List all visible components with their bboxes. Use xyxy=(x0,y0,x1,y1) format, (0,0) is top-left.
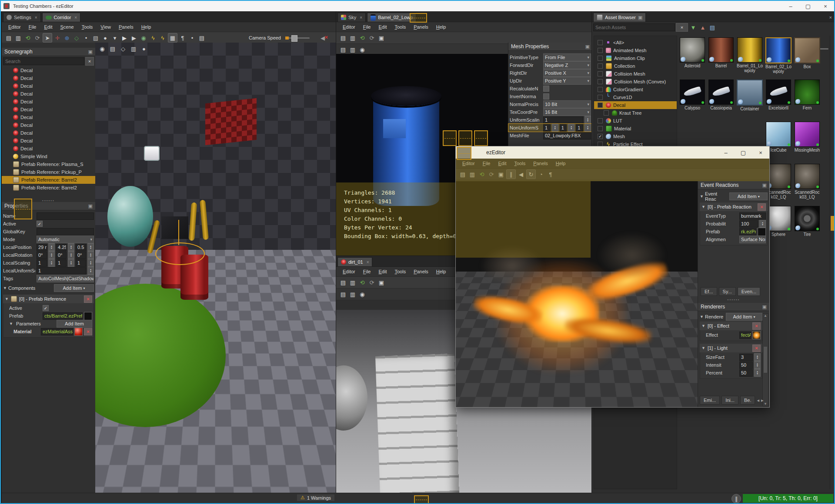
asset-thumbnail[interactable] xyxy=(795,80,820,105)
close-tab-icon[interactable]: × xyxy=(74,15,77,20)
asset-cell[interactable]: Tire xyxy=(793,206,822,248)
asset-thumbnail[interactable] xyxy=(794,37,820,63)
asset-type-item[interactable]: <All> xyxy=(594,39,677,46)
scenegraph-item[interactable]: Decal xyxy=(2,90,95,98)
menu-item-tools[interactable]: Tools xyxy=(78,24,97,30)
undo-icon[interactable]: ⟲ xyxy=(358,278,367,287)
type-checkbox[interactable] xyxy=(598,71,603,76)
scenegraph-item[interactable]: Decal xyxy=(2,137,95,145)
value-field[interactable]: 1 xyxy=(37,259,47,267)
spinner[interactable]: ▴▾ xyxy=(552,124,558,132)
value-field[interactable]: 100 xyxy=(739,220,758,228)
clear-search-icon[interactable]: × xyxy=(85,57,94,66)
value-field[interactable]: 50 xyxy=(739,369,753,377)
menu-item-file[interactable]: File xyxy=(25,24,40,30)
checkbox[interactable] xyxy=(543,86,549,92)
type-checkbox[interactable] xyxy=(604,110,609,116)
save-icon[interactable]: ▤ xyxy=(339,33,347,42)
scenegraph-item[interactable]: Decal xyxy=(2,98,95,106)
asset-cell[interactable]: Barrel xyxy=(707,37,735,80)
menu-item-help[interactable]: Help xyxy=(137,24,155,30)
maximize-button[interactable]: ▢ xyxy=(799,1,817,11)
layers-icon[interactable]: ▤ xyxy=(197,33,206,42)
redo-icon[interactable]: ⟳ xyxy=(487,170,496,179)
renderers-scrollbar[interactable]: ▲▼ xyxy=(762,313,768,406)
asset-thumbnail[interactable] xyxy=(680,80,705,105)
type-checkbox[interactable] xyxy=(598,95,603,100)
undo-icon[interactable]: ⟲ xyxy=(358,33,367,42)
float-panel-icon[interactable]: ▣ xyxy=(762,182,767,188)
play-from-here-icon[interactable]: ▶ xyxy=(130,33,138,42)
type-checkbox[interactable] xyxy=(598,63,603,69)
pause-icon[interactable]: ∥ xyxy=(506,169,516,179)
tab-settings[interactable]: Settings× xyxy=(3,13,41,22)
menu-item-panels[interactable]: Panels xyxy=(410,269,432,274)
value-field[interactable]: 50 xyxy=(739,361,753,369)
close-button[interactable]: × xyxy=(817,1,834,11)
asset-thumbnail[interactable] xyxy=(737,37,762,63)
expand-icon[interactable]: ◇ xyxy=(119,44,127,53)
spinner[interactable]: ▴▾ xyxy=(68,251,74,259)
asset-type-item[interactable]: Material xyxy=(594,125,677,133)
more-dropdown-icon[interactable]: ▾ xyxy=(110,33,119,42)
tab-sky[interactable]: Sky× xyxy=(337,13,366,22)
menu-item-editor[interactable]: Editor xyxy=(339,269,359,274)
minimize-button[interactable]: – xyxy=(782,1,799,11)
asset-cell[interactable]: ExcelsiorII xyxy=(764,80,793,122)
asset-type-item[interactable]: Animation Clip xyxy=(594,54,677,62)
pause-log-button[interactable]: ∥ xyxy=(731,494,741,504)
material-thumbnail[interactable] xyxy=(74,328,83,336)
asset-thumbnail[interactable] xyxy=(680,37,705,63)
menu-item-file[interactable]: File xyxy=(359,24,375,30)
type-checkbox[interactable] xyxy=(598,87,603,92)
simulate-fast-icon[interactable]: ϟ xyxy=(158,33,167,42)
remove-renderer-icon[interactable]: × xyxy=(752,322,761,330)
asset-thumbnail[interactable] xyxy=(795,122,820,147)
export-package-icon[interactable]: ▣ xyxy=(377,278,386,287)
value-field[interactable]: 29 m xyxy=(37,244,47,251)
asset-thumbnail[interactable] xyxy=(795,206,820,231)
asset-cell[interactable]: MissingMesh xyxy=(793,122,822,164)
tab-Ini[interactable]: Ini... xyxy=(721,396,738,405)
type-checkbox[interactable] xyxy=(598,40,603,45)
asset-reference-field[interactable]: rk.ezPrefab xyxy=(739,228,756,235)
scroll-left-icon[interactable]: ◂ xyxy=(757,398,759,403)
save-all-icon[interactable]: ▥ xyxy=(468,170,477,179)
simulate-icon[interactable]: ϟ xyxy=(149,33,157,42)
float-panel-icon[interactable]: ▣ xyxy=(88,203,93,209)
value-field[interactable] xyxy=(37,212,94,220)
value-field[interactable]: 0° xyxy=(37,252,47,259)
float-panel-icon[interactable]: ▣ xyxy=(585,44,590,50)
spinner[interactable]: ▴▾ xyxy=(68,243,74,251)
camera-speed-slider[interactable] xyxy=(285,37,310,39)
dropdown[interactable]: From File▾ xyxy=(543,53,591,61)
menu-item-edit[interactable]: Edit xyxy=(494,161,511,166)
type-checkbox[interactable] xyxy=(598,79,603,84)
remove-component-icon[interactable]: × xyxy=(84,295,92,303)
screenshot-icon[interactable]: ▥ xyxy=(348,45,357,54)
dropdown[interactable]: Positive Y▾ xyxy=(543,77,591,85)
skip-start-icon[interactable]: ◀ xyxy=(517,170,525,179)
gamepad-icon[interactable]: ◉ xyxy=(139,33,148,42)
save-icon[interactable]: ▤ xyxy=(4,33,13,42)
menu-item-help[interactable]: Help xyxy=(432,24,450,30)
menu-item-file[interactable]: File xyxy=(479,161,494,166)
play-game-icon[interactable]: ▶ xyxy=(120,33,129,42)
save-all-icon[interactable]: ▥ xyxy=(348,278,357,287)
remove-reaction-icon[interactable]: × xyxy=(758,203,766,211)
type-checkbox[interactable] xyxy=(598,56,603,61)
scenegraph-item[interactable]: Decal xyxy=(2,113,95,121)
close-panel-icon[interactable]: × xyxy=(829,15,832,20)
tab-dirt_01[interactable]: dirt_01× xyxy=(337,257,372,266)
scenegraph-item[interactable]: Decal xyxy=(2,129,95,137)
export-package-icon[interactable]: ▣ xyxy=(497,170,505,179)
checkbox[interactable]: ✓ xyxy=(37,221,43,227)
spinner[interactable]: ▴▾ xyxy=(87,259,94,267)
create-sphere-icon[interactable]: ● xyxy=(101,33,110,42)
slider-handle[interactable] xyxy=(291,35,297,42)
menu-item-editor[interactable]: Editor xyxy=(4,24,25,30)
dropdown[interactable]: 10 Bit▾ xyxy=(543,100,591,108)
export-asset-icon[interactable]: ▲ xyxy=(698,23,707,32)
render-mode-icon[interactable]: ▤ xyxy=(339,290,347,298)
layers-icon[interactable]: ▤ xyxy=(108,44,117,53)
